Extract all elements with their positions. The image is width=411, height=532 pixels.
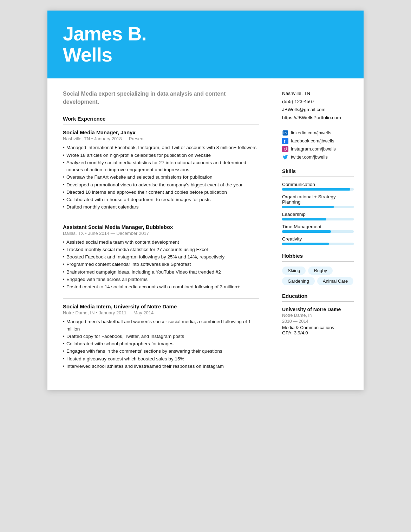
job-title-3: Social Media Intern, University of Notre…	[63, 303, 259, 309]
job-meta-1: Nashville, TN • January 2018 — Present	[63, 136, 259, 141]
job-block-3: Social Media Intern, University of Notre…	[63, 303, 259, 370]
contact-city: Nashville, TN	[282, 90, 354, 98]
bullet: Managed international Facebook, Instagra…	[63, 144, 259, 151]
hobbies-tags: Skiing Rugby Gardening Animal Care	[282, 267, 354, 285]
facebook-text: facebook.com/jbwells	[291, 138, 334, 143]
social-item-facebook: f facebook.com/jbwells	[282, 138, 354, 144]
skill-name-4: Creativity	[282, 236, 354, 242]
bullet: Collaborated with school photographers f…	[63, 340, 259, 347]
contact-block: Nashville, TN (555) 123-4567 JBWells@gma…	[282, 90, 354, 122]
main-column: Social Media expert specializing in data…	[47, 78, 272, 390]
bullet: Directed 10 interns and approved their c…	[63, 189, 259, 196]
bullet: Engages with fans in the comments' secti…	[63, 348, 259, 355]
job-bullets-2: Assisted social media team with content …	[63, 239, 259, 291]
skill-bar-fill-4	[282, 243, 329, 245]
skill-name-2: Leadership	[282, 212, 354, 217]
skill-bar-bg-1	[282, 206, 354, 208]
svg-point-6	[286, 147, 287, 148]
bullet: Managed men's basketball and women's soc…	[63, 318, 259, 333]
skill-item-4: Creativity	[282, 236, 354, 245]
work-experience-divider	[63, 124, 259, 124]
bullet: Posted content to 14 social media accoun…	[63, 283, 259, 290]
twitter-text: twitter.com/jbwells	[291, 154, 328, 160]
job-divider-2	[63, 219, 259, 219]
hobby-tag-1: Rugby	[308, 267, 333, 275]
svg-text:in: in	[283, 130, 287, 135]
edu-field-0: Media & Communications	[282, 325, 354, 330]
svg-rect-4	[282, 146, 288, 152]
hobbies-section: Hobbies Skiing Rugby Gardening Animal Ca…	[282, 253, 354, 285]
skill-name-3: Time Management	[282, 224, 354, 229]
bullet: Programmed content calendar into softwar…	[63, 261, 259, 268]
bullet: Tracked monthly social media statistics …	[63, 246, 259, 253]
bullet: Assisted social media team with content …	[63, 239, 259, 246]
linkedin-icon: in	[282, 130, 288, 136]
contact-phone: (555) 123-4567	[282, 98, 354, 106]
hobby-tag-2: Gardening	[282, 277, 315, 285]
edu-years-0: 2010 — 2014	[282, 319, 354, 324]
bullet: Interviewed school athletes and livestre…	[63, 363, 259, 370]
skill-item-0: Communication	[282, 182, 354, 191]
social-item-twitter: twitter.com/jbwells	[282, 154, 354, 160]
skills-divider	[282, 177, 354, 177]
education-divider	[282, 301, 354, 302]
resume-document: James B. Wells Social Media expert speci…	[47, 11, 364, 390]
bullet: Engaged with fans across all platforms	[63, 276, 259, 283]
skill-bar-fill-1	[282, 206, 334, 208]
contact-website: https://JBWellsPortfolio.com	[282, 114, 354, 122]
skill-bar-fill-3	[282, 230, 331, 233]
job-divider-3	[63, 298, 259, 299]
skill-name-1: Organizational + Strategy Planning	[282, 194, 354, 205]
twitter-icon	[282, 154, 288, 160]
skill-item-1: Organizational + Strategy Planning	[282, 194, 354, 208]
skill-name-0: Communication	[282, 182, 354, 187]
bullet: Hosted a giveaway contest which boosted …	[63, 355, 259, 363]
resume-body: Social Media expert specializing in data…	[47, 78, 364, 390]
social-item-linkedin: in linkedin.com/jbwells	[282, 130, 354, 136]
edu-school-name-0: University of Notre Dame	[282, 307, 354, 312]
skill-item-2: Leadership	[282, 212, 354, 220]
summary-text: Social Media expert specializing in data…	[63, 90, 259, 106]
job-meta-2: Dallas, TX • June 2014 — December 2017	[63, 231, 259, 236]
hobbies-heading: Hobbies	[282, 253, 354, 259]
sidebar-column: Nashville, TN (555) 123-4567 JBWells@gma…	[272, 78, 364, 390]
instagram-icon	[282, 146, 288, 152]
hobby-tag-0: Skiing	[282, 267, 306, 275]
bullet: Drafted copy for Facebook, Twitter, and …	[63, 333, 259, 340]
bullet: Collaborated with in-house art departmen…	[63, 196, 259, 203]
job-title-1: Social Media Manager, Janyx	[63, 129, 259, 135]
edu-location-0: Notre Dame, IN	[282, 313, 354, 318]
work-experience-heading: Work Experience	[63, 116, 259, 122]
skill-bar-bg-2	[282, 218, 354, 220]
social-list: in linkedin.com/jbwells f facebook.com/j…	[282, 130, 354, 160]
skill-bar-fill-2	[282, 218, 326, 220]
skills-section: Skills Communication Organizational + St…	[282, 168, 354, 245]
bullet: Analyzed monthly social media statistics…	[63, 159, 259, 174]
candidate-name: James B. Wells	[63, 23, 348, 66]
education-heading: Education	[282, 293, 354, 299]
skills-heading: Skills	[282, 168, 354, 174]
bullet: Boosted Facebook and Instagram following…	[63, 254, 259, 261]
bullet: Oversaw the FanArt website and selected …	[63, 174, 259, 181]
skill-bar-bg-0	[282, 188, 354, 191]
resume-header: James B. Wells	[47, 11, 364, 78]
bullet: Drafted monthly content calendars	[63, 204, 259, 211]
edu-gpa-0: GPA: 3.9/4.0	[282, 330, 354, 335]
bullet: Brainstormed campaign ideas, including a…	[63, 269, 259, 276]
job-block-1: Social Media Manager, Janyx Nashville, T…	[63, 129, 259, 211]
hobby-tag-3: Animal Care	[317, 277, 354, 285]
contact-email: JBWells@gmail.com	[282, 106, 354, 114]
skill-bar-fill-0	[282, 188, 350, 191]
education-section: Education University of Notre Dame Notre…	[282, 293, 354, 335]
job-block-2: Assistant Social Media Manager, Bubblebo…	[63, 224, 259, 291]
job-bullets-1: Managed international Facebook, Instagra…	[63, 144, 259, 211]
skill-bar-bg-4	[282, 243, 354, 245]
job-title-2: Assistant Social Media Manager, Bubblebo…	[63, 224, 259, 230]
hobbies-divider	[282, 261, 354, 262]
job-meta-3: Notre Dame, IN • January 2011 — May 2014	[63, 310, 259, 315]
instagram-text: instagram.com/jbwells	[291, 146, 336, 152]
bullet: Wrote 18 articles on high-profile celebr…	[63, 152, 259, 159]
name-line1: James B.	[63, 23, 146, 45]
skill-bar-bg-3	[282, 230, 354, 233]
social-item-instagram: instagram.com/jbwells	[282, 146, 354, 152]
